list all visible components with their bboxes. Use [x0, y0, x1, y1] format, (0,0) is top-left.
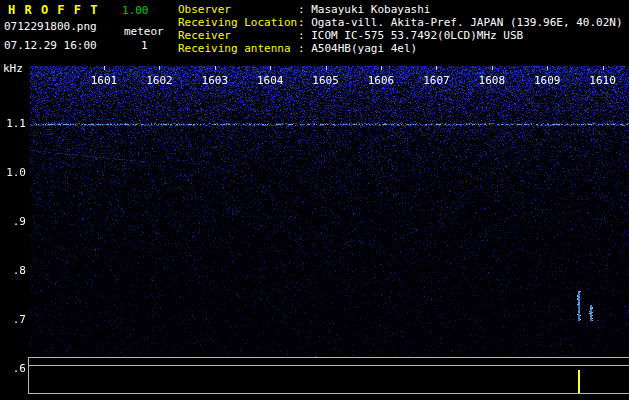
- level-graph-bottom-line: [28, 393, 629, 394]
- info-value: : ICOM IC-575 53.7492(0LCD)MHz USB: [298, 29, 523, 42]
- freq-tick-label: 1.0: [0, 167, 26, 179]
- info-label: Receiver: [178, 29, 298, 42]
- freq-tick-label: .7: [0, 314, 26, 326]
- info-value: : Masayuki Kobayashi: [298, 3, 430, 16]
- app-version: 1.00: [122, 4, 149, 17]
- meteor-counter-value: 1: [141, 39, 148, 52]
- level-graph-top-line: [28, 357, 629, 358]
- info-row: Receiving Location: Ogata-vill. Akita-Pr…: [178, 16, 623, 29]
- hrofft-window: H R O F F T 1.00 0712291800.png meteor 0…: [0, 0, 629, 400]
- header-info: Observer: Masayuki KobayashiReceiving Lo…: [178, 3, 623, 55]
- info-value: : Ogata-vill. Akita-Pref. JAPAN (139.96E…: [298, 16, 623, 29]
- spectrogram-canvas: [30, 66, 629, 358]
- info-label: Receiving Location: [178, 16, 298, 29]
- info-row: Observer: Masayuki Kobayashi: [178, 3, 623, 16]
- freq-tick-label: .9: [0, 216, 26, 228]
- info-row: Receiving antenna: A504HB(yagi 4el): [178, 42, 623, 55]
- output-filename: 0712291800.png: [4, 20, 97, 33]
- app-title: H R O F F T: [8, 3, 98, 17]
- freq-tick-label: .8: [0, 265, 26, 277]
- info-row: Receiver: ICOM IC-575 53.7492(0LCD)MHz U…: [178, 29, 623, 42]
- level-graph-left-edge: [28, 357, 29, 394]
- info-label: Receiving antenna: [178, 42, 298, 55]
- meteor-spike: [578, 370, 580, 393]
- observation-timestamp: 07.12.29 16:00: [4, 39, 97, 52]
- freq-tick-label: .6: [0, 363, 26, 375]
- level-graph-upper-line: [28, 365, 629, 366]
- freq-tick-label: 1.1: [0, 118, 26, 130]
- freq-unit-label: kHz: [3, 62, 23, 75]
- info-value: : A504HB(yagi 4el): [298, 42, 417, 55]
- info-label: Observer: [178, 3, 298, 16]
- meteor-counter-label: meteor: [124, 25, 164, 38]
